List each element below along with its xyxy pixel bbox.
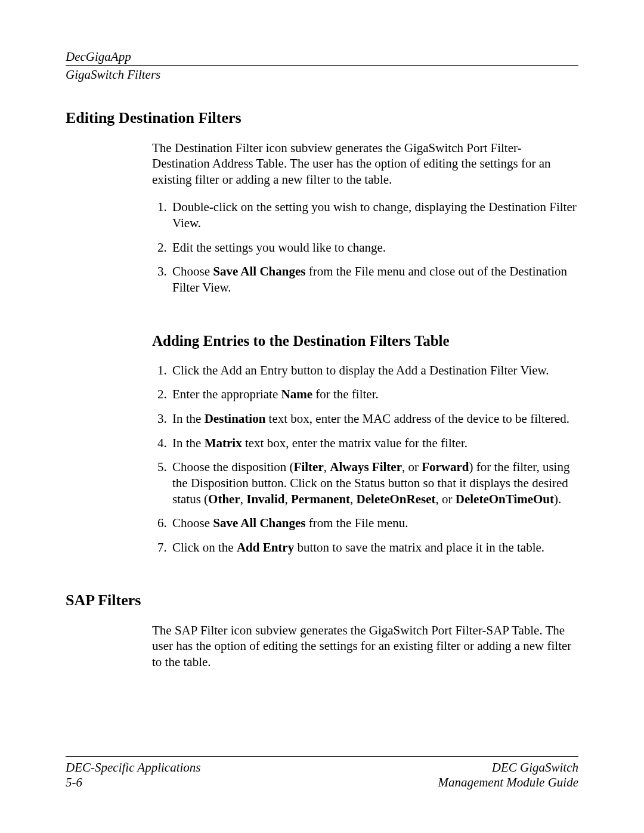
add-step-5-a: Choose the disposition ( bbox=[172, 460, 294, 474]
add-step-4-bold: Matrix bbox=[205, 436, 242, 450]
running-head-line2: GigaSwitch Filters bbox=[66, 66, 578, 82]
sap-intro-paragraph: The SAP Filter icon subview generates th… bbox=[152, 623, 578, 670]
add-step-3-text-a: In the bbox=[172, 411, 205, 426]
footer-left: DEC-Specific Applications 5-6 bbox=[66, 760, 201, 790]
add-step-4-text-a: In the bbox=[172, 436, 205, 450]
add-step-6: Choose Save All Changes from the File me… bbox=[170, 515, 578, 531]
add-step-4-text-c: text box, enter the matrix value for the… bbox=[242, 436, 467, 450]
page-footer: DEC-Specific Applications 5-6 DEC GigaSw… bbox=[66, 756, 578, 790]
footer-right-line1: DEC GigaSwitch bbox=[438, 760, 578, 775]
add-step-5-other: Other bbox=[208, 492, 240, 506]
add-step-4: In the Matrix text box, enter the matrix… bbox=[170, 435, 578, 451]
add-step-5-i: , bbox=[240, 492, 247, 506]
add-step-7-c: button to save the matrix and place it i… bbox=[294, 540, 544, 555]
add-step-2-text-c: for the filter. bbox=[312, 387, 379, 401]
add-step-5-q: ). bbox=[554, 492, 561, 506]
add-step-6-a: Choose bbox=[172, 516, 213, 530]
add-step-5-k: , bbox=[284, 492, 291, 506]
add-step-7-a: Click on the bbox=[172, 540, 237, 555]
add-step-5-invalid: Invalid bbox=[246, 492, 284, 506]
add-step-5: Choose the disposition (Filter, Always F… bbox=[170, 459, 578, 507]
add-step-5-forward: Forward bbox=[422, 460, 469, 474]
add-step-3-bold: Destination bbox=[205, 411, 266, 426]
footer-right-line2: Management Module Guide bbox=[438, 775, 578, 790]
add-step-1: Click the Add an Entry button to display… bbox=[170, 363, 578, 379]
add-step-2: Enter the appropriate Name for the filte… bbox=[170, 386, 578, 402]
add-step-5-e: , or bbox=[402, 460, 422, 474]
section-sap-body: The SAP Filter icon subview generates th… bbox=[152, 623, 578, 670]
page: DecGigaApp GigaSwitch Filters Editing De… bbox=[0, 0, 644, 833]
footer-right: DEC GigaSwitch Management Module Guide bbox=[438, 760, 578, 790]
add-step-5-always-filter: Always Filter bbox=[330, 460, 402, 474]
add-step-5-deleteonreset: DeleteOnReset bbox=[357, 492, 436, 506]
edit-step-3-bold: Save All Changes bbox=[213, 264, 305, 278]
edit-step-2: Edit the settings you would like to chan… bbox=[170, 240, 578, 256]
footer-left-line2: 5-6 bbox=[66, 775, 201, 790]
add-step-7-bold: Add Entry bbox=[237, 540, 294, 555]
heading-editing-destination-filters: Editing Destination Filters bbox=[66, 109, 578, 127]
add-step-5-filter: Filter bbox=[294, 460, 324, 474]
heading-sap-filters: SAP Filters bbox=[66, 592, 578, 609]
edit-step-3-text-a: Choose bbox=[172, 264, 213, 278]
running-head-line1: DecGigaApp bbox=[66, 49, 578, 66]
add-step-5-c: , bbox=[324, 460, 330, 474]
add-step-6-c: from the File menu. bbox=[305, 516, 408, 530]
edit-intro-paragraph: The Destination Filter icon subview gene… bbox=[152, 140, 578, 188]
edit-step-1: Double-click on the setting you wish to … bbox=[170, 199, 578, 231]
add-step-5-m: , bbox=[350, 492, 357, 506]
add-step-2-bold: Name bbox=[281, 387, 312, 401]
add-step-3: In the Destination text box, enter the M… bbox=[170, 411, 578, 427]
edit-step-3: Choose Save All Changes from the File me… bbox=[170, 264, 578, 295]
footer-left-line1: DEC-Specific Applications bbox=[66, 760, 201, 775]
edit-steps-list: Double-click on the setting you wish to … bbox=[152, 199, 578, 295]
add-steps-list: Click the Add an Entry button to display… bbox=[152, 363, 578, 556]
add-step-5-deleteontimeout: DeleteOnTimeOut bbox=[456, 492, 554, 506]
section-edit-body: The Destination Filter icon subview gene… bbox=[152, 140, 578, 556]
running-head: DecGigaApp GigaSwitch Filters bbox=[66, 49, 578, 83]
add-step-2-text-a: Enter the appropriate bbox=[172, 387, 281, 401]
add-step-3-text-c: text box, enter the MAC address of the d… bbox=[265, 411, 569, 426]
add-step-5-o: , or bbox=[436, 492, 456, 506]
add-step-5-permanent: Permanent bbox=[291, 492, 350, 506]
add-step-7: Click on the Add Entry button to save th… bbox=[170, 540, 578, 556]
heading-adding-entries: Adding Entries to the Destination Filter… bbox=[152, 333, 578, 349]
add-step-6-bold: Save All Changes bbox=[213, 516, 305, 530]
